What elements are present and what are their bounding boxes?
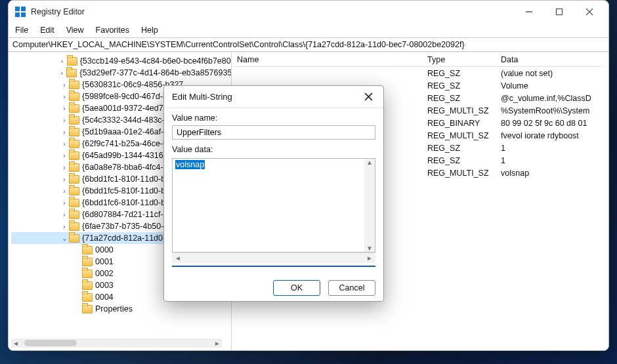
chevron-down-icon[interactable]: ⌄ xyxy=(60,233,69,243)
list-row[interactable]: .REG_SZ(value not set) xyxy=(232,67,608,79)
chevron-right-icon[interactable]: › xyxy=(57,68,66,77)
column-header-type[interactable]: Type xyxy=(422,55,496,64)
value-data-selection: volsnap xyxy=(175,160,205,169)
tree-spacer xyxy=(73,293,82,302)
folder-icon xyxy=(69,104,79,113)
chevron-right-icon[interactable]: › xyxy=(60,151,69,160)
tree-item-label: 0004 xyxy=(95,293,114,302)
tree-item-label: 0001 xyxy=(95,257,114,266)
column-header-data[interactable]: Data xyxy=(496,55,599,64)
dialog-separator xyxy=(172,266,375,267)
folder-icon xyxy=(69,222,79,231)
svg-rect-0 xyxy=(557,9,563,15)
folder-icon xyxy=(82,246,93,254)
folder-icon xyxy=(69,116,79,125)
menu-help[interactable]: Help xyxy=(141,26,158,35)
textarea-horizontal-scrollbar[interactable]: ◄► xyxy=(172,253,375,263)
chevron-right-icon[interactable]: › xyxy=(60,92,69,101)
chevron-right-icon[interactable]: › xyxy=(60,210,69,219)
folder-icon xyxy=(82,258,93,266)
folder-icon xyxy=(67,57,77,66)
cell-type: REG_SZ xyxy=(422,156,496,165)
tree-spacer xyxy=(73,304,82,313)
edit-multistring-dialog: Edit Multi-String Value name: Value data… xyxy=(163,85,384,302)
dialog-title: Edit Multi-String xyxy=(172,92,232,102)
chevron-right-icon[interactable]: › xyxy=(60,104,69,113)
folder-icon xyxy=(82,270,93,278)
cell-data: %SystemRoot%\System xyxy=(496,106,608,115)
cell-data: 1 xyxy=(496,156,608,165)
tree-horizontal-scrollbar[interactable]: ◄ ► xyxy=(11,338,222,348)
cell-data: (value not set) xyxy=(496,69,608,78)
close-button[interactable] xyxy=(574,2,605,22)
textarea-vertical-scrollbar[interactable]: ▲▼ xyxy=(364,159,375,252)
cell-type: REG_MULTI_SZ xyxy=(422,106,496,115)
tree-item[interactable]: ›{53d29ef7-377c-4d14-864b-eb3a85769359} xyxy=(11,67,231,79)
folder-icon xyxy=(69,81,79,89)
minimize-button[interactable] xyxy=(514,2,544,22)
value-data-textarea[interactable]: volsnap ▲▼ xyxy=(172,158,375,253)
value-name-input[interactable] xyxy=(172,125,375,140)
window-title: Registry Editor xyxy=(31,7,85,16)
value-data-label: Value data: xyxy=(172,145,375,154)
cell-type: REG_SZ xyxy=(422,144,496,153)
ok-button[interactable]: OK xyxy=(273,280,320,296)
chevron-right-icon[interactable]: › xyxy=(60,198,69,207)
cell-type: REG_SZ xyxy=(422,94,496,103)
folder-icon xyxy=(69,234,79,243)
cell-type: REG_BINARY xyxy=(422,119,496,128)
tree-spacer xyxy=(73,245,82,254)
address-text: Computer\HKEY_LOCAL_MACHINE\SYSTEM\Curre… xyxy=(12,40,465,49)
tree-item[interactable]: ›{53ccb149-e543-4c84-b6e0-bce4f6b7e806} xyxy=(11,55,231,67)
cell-data: 80 99 02 5f 9c 60 d8 01 xyxy=(496,119,608,128)
dialog-close-button[interactable] xyxy=(358,87,378,107)
folder-icon xyxy=(69,140,79,148)
dialog-titlebar: Edit Multi-String xyxy=(164,86,383,108)
titlebar: Registry Editor xyxy=(9,1,608,23)
folder-icon xyxy=(69,175,79,184)
chevron-right-icon[interactable]: › xyxy=(60,186,69,195)
chevron-right-icon[interactable]: › xyxy=(60,222,69,231)
column-header-name[interactable]: Name xyxy=(232,55,422,64)
menu-file[interactable]: File xyxy=(15,26,28,35)
chevron-right-icon[interactable]: › xyxy=(58,56,67,66)
value-name-label: Value name: xyxy=(172,113,375,123)
cell-type: REG_SZ xyxy=(422,69,496,78)
chevron-right-icon[interactable]: › xyxy=(60,115,69,125)
maximize-button[interactable] xyxy=(544,2,574,22)
tree-item-label: 0002 xyxy=(95,269,114,278)
tree-item-label: 0003 xyxy=(95,281,114,290)
folder-icon xyxy=(69,128,79,136)
folder-icon xyxy=(69,187,79,195)
folder-icon xyxy=(69,92,79,101)
address-bar[interactable]: Computer\HKEY_LOCAL_MACHINE\SYSTEM\Curre… xyxy=(9,37,608,52)
dialog-body: Value name: Value data: volsnap ▲▼ ◄► xyxy=(164,108,383,273)
tree-item-label: 0000 xyxy=(95,245,114,254)
folder-icon xyxy=(69,211,79,219)
chevron-right-icon[interactable]: › xyxy=(60,174,69,184)
cell-type: REG_MULTI_SZ xyxy=(422,169,496,178)
cell-data: Volume xyxy=(496,81,608,91)
cancel-button[interactable]: Cancel xyxy=(328,280,375,296)
chevron-right-icon[interactable]: › xyxy=(60,127,69,136)
menu-favorites[interactable]: Favorites xyxy=(96,26,129,35)
cell-data: volsnap xyxy=(496,169,608,178)
folder-icon xyxy=(69,152,79,160)
tree-spacer xyxy=(73,281,82,290)
tree-spacer xyxy=(73,269,82,278)
folder-icon xyxy=(82,305,93,313)
tree-item-label: Properties xyxy=(95,304,133,313)
folder-icon xyxy=(82,281,93,290)
folder-icon xyxy=(66,69,77,77)
menu-view[interactable]: View xyxy=(66,26,84,35)
chevron-right-icon[interactable]: › xyxy=(60,163,69,172)
chevron-right-icon[interactable]: › xyxy=(60,139,69,148)
menu-edit[interactable]: Edit xyxy=(40,26,54,35)
list-header: Name Type Data xyxy=(232,52,608,67)
tree-spacer xyxy=(73,257,82,266)
tree-item[interactable]: Properties xyxy=(11,303,231,315)
chevron-right-icon[interactable]: › xyxy=(60,80,69,89)
folder-icon xyxy=(69,199,79,207)
cell-data: 1 xyxy=(496,144,608,153)
folder-icon xyxy=(82,293,93,302)
